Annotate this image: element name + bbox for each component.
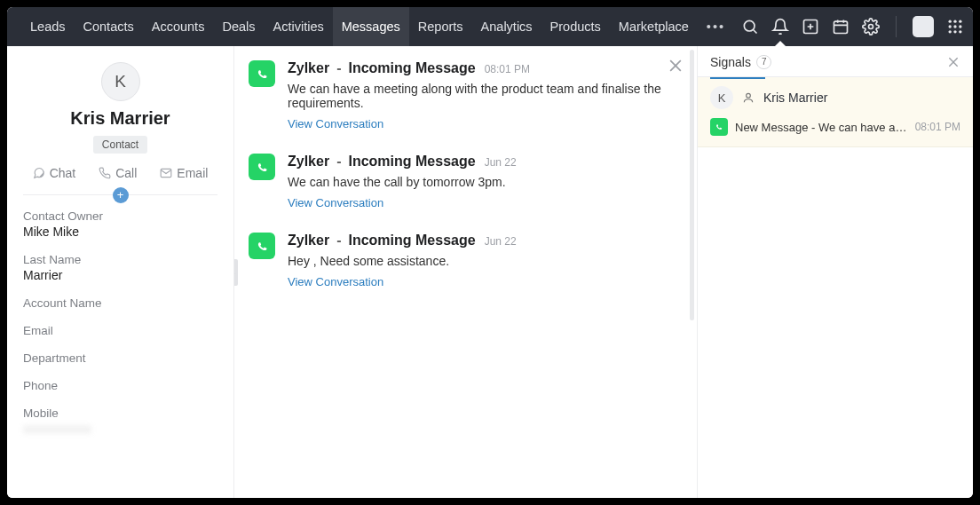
field-value-lastname: Marrier xyxy=(23,268,217,282)
calendar-icon[interactable] xyxy=(832,18,850,36)
field-label-department: Department xyxy=(23,351,217,365)
svg-point-16 xyxy=(949,30,952,33)
signals-title[interactable]: Signals xyxy=(710,55,751,69)
message-type: Incoming Message xyxy=(348,154,475,170)
top-navbar: LeadsContactsAccountsDealsActivitiesMess… xyxy=(7,7,973,46)
whatsapp-icon xyxy=(249,60,275,87)
apps-grid-icon[interactable] xyxy=(946,18,964,36)
call-label: Call xyxy=(115,166,137,180)
field-value-mobile-redacted: xxxxxxxxxxx xyxy=(23,422,217,436)
add-action-button[interactable]: + xyxy=(113,187,129,203)
signal-time: 08:01 PM xyxy=(915,121,960,133)
nav-item-products[interactable]: Products xyxy=(541,7,610,46)
svg-point-15 xyxy=(959,25,961,28)
message-item: Zylker-Incoming Message08:01 PMWe can ha… xyxy=(249,60,676,130)
settings-icon[interactable] xyxy=(862,18,880,36)
contact-panel: K Kris Marrier Contact Chat Call Email + xyxy=(7,46,234,498)
nav-item-accounts[interactable]: Accounts xyxy=(143,7,214,46)
profile-avatar[interactable] xyxy=(913,16,934,37)
svg-point-18 xyxy=(959,30,961,33)
svg-point-24 xyxy=(747,93,751,98)
view-conversation-link[interactable]: View Conversation xyxy=(288,275,676,288)
signal-avatar: K xyxy=(710,86,733,109)
messages-panel: ‹ Zylker-Incoming Message08:01 PMWe can … xyxy=(234,46,698,498)
svg-point-17 xyxy=(953,30,956,33)
field-label-account: Account Name xyxy=(23,296,217,310)
email-button[interactable]: Email xyxy=(160,166,208,180)
collapse-handle[interactable]: ‹ xyxy=(234,259,238,286)
nav-item-contacts[interactable]: Contacts xyxy=(75,7,143,46)
message-time: Jun 22 xyxy=(485,235,517,248)
signal-message-text: New Message - We can have a meeting … xyxy=(735,121,908,134)
field-label-email: Email xyxy=(23,324,217,337)
chat-label: Chat xyxy=(50,166,76,180)
nav-item-deals[interactable]: Deals xyxy=(213,7,264,46)
svg-point-14 xyxy=(953,25,956,28)
svg-point-10 xyxy=(949,20,952,23)
chat-button[interactable]: Chat xyxy=(33,166,76,180)
field-label-mobile: Mobile xyxy=(23,406,217,420)
message-text: We can have the call by tomorrow 3pm. xyxy=(288,175,676,189)
signals-count: 7 xyxy=(756,55,772,69)
message-item: Zylker-Incoming MessageJun 22We can have… xyxy=(249,154,676,209)
email-label: Email xyxy=(177,166,208,180)
message-text: Hey , Need some assistance. xyxy=(288,254,676,268)
contact-avatar: K xyxy=(101,62,140,101)
contact-type-badge: Contact xyxy=(93,136,147,154)
search-icon[interactable] xyxy=(741,18,759,36)
nav-item-analytics[interactable]: Analytics xyxy=(472,7,541,46)
field-label-lastname: Last Name xyxy=(23,253,217,266)
signals-close-icon[interactable] xyxy=(946,55,960,69)
field-label-owner: Contact Owner xyxy=(23,209,217,223)
view-conversation-link[interactable]: View Conversation xyxy=(288,117,676,130)
nav-more[interactable]: ••• xyxy=(698,20,734,34)
message-type: Incoming Message xyxy=(348,233,475,249)
whatsapp-icon xyxy=(249,154,275,180)
message-type: Incoming Message xyxy=(348,60,475,76)
svg-line-1 xyxy=(754,30,757,34)
svg-point-13 xyxy=(949,25,952,28)
view-conversation-link[interactable]: View Conversation xyxy=(288,196,676,209)
svg-point-12 xyxy=(959,20,961,23)
scrollbar[interactable] xyxy=(690,50,694,320)
user-icon xyxy=(742,91,755,104)
svg-rect-5 xyxy=(834,21,848,33)
message-time: 08:01 PM xyxy=(485,63,530,75)
message-source: Zylker xyxy=(288,60,329,76)
message-source: Zylker xyxy=(288,154,329,170)
call-button[interactable]: Call xyxy=(99,166,137,180)
signal-contact-name: Kris Marrier xyxy=(763,91,827,105)
field-value-owner: Mike Mike xyxy=(23,225,217,239)
nav-item-messages[interactable]: Messages xyxy=(333,7,409,46)
svg-point-9 xyxy=(869,25,873,29)
contact-name: Kris Marrier xyxy=(23,108,217,129)
nav-item-leads[interactable]: Leads xyxy=(21,7,75,46)
signal-item[interactable]: K Kris Marrier New Message - We can have… xyxy=(698,77,973,147)
whatsapp-icon xyxy=(710,118,728,136)
close-icon[interactable] xyxy=(667,57,684,75)
svg-point-11 xyxy=(953,20,956,23)
nav-item-activities[interactable]: Activities xyxy=(264,7,332,46)
svg-point-0 xyxy=(744,20,755,31)
nav-item-reports[interactable]: Reports xyxy=(409,7,472,46)
message-source: Zylker xyxy=(288,233,329,249)
notifications-icon[interactable] xyxy=(771,18,789,36)
signals-panel: Signals 7 K Kris Marrier New Message - W… xyxy=(698,46,973,498)
whatsapp-icon xyxy=(249,233,275,259)
nav-item-marketplace[interactable]: Marketplace xyxy=(610,7,698,46)
message-item: Zylker-Incoming MessageJun 22Hey , Need … xyxy=(249,233,676,288)
add-icon[interactable] xyxy=(802,18,819,36)
message-text: We can have a meeting along with the pro… xyxy=(288,82,676,110)
field-label-phone: Phone xyxy=(23,379,217,392)
message-time: Jun 22 xyxy=(485,156,517,169)
